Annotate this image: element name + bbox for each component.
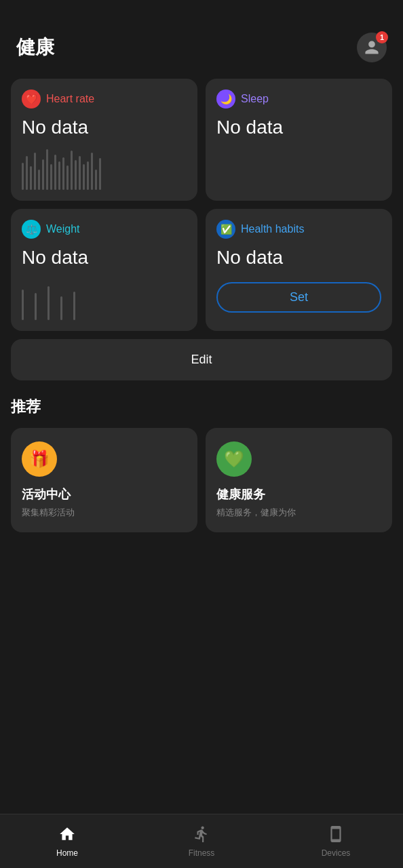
heart-rate-bar: [50, 164, 52, 190]
sleep-card-header: 🌙 Sleep: [216, 90, 381, 108]
sleep-card[interactable]: 🌙 Sleep No data: [206, 79, 392, 201]
weight-icon: ⚖️: [22, 220, 41, 239]
heart-rate-bar: [87, 161, 89, 190]
bottom-nav: Home Fitness Devices: [0, 814, 403, 868]
weight-card[interactable]: ⚖️ Weight No data: [11, 209, 197, 331]
weight-title: Weight: [46, 223, 80, 235]
activity-name: 活动中心: [22, 486, 187, 502]
heart-rate-bar: [83, 164, 85, 190]
activity-desc: 聚集精彩活动: [22, 507, 187, 519]
heart-rate-data: No data: [22, 117, 187, 138]
activity-icon: 🎁: [22, 441, 57, 477]
recommend-section: 推荐 🎁 活动中心 聚集精彩活动 💚 健康服务 精选服务，健康为你: [11, 397, 392, 532]
heart-rate-bar: [62, 157, 64, 190]
notification-badge: 1: [376, 31, 388, 43]
heart-rate-bar: [71, 151, 73, 190]
health-service-desc: 精选服务，健康为你: [216, 507, 381, 519]
heart-rate-bar: [58, 161, 60, 190]
heart-rate-chart: [22, 149, 187, 190]
activity-card[interactable]: 🎁 活动中心 聚集精彩活动: [11, 428, 197, 532]
heart-rate-bar: [46, 149, 48, 190]
health-cards-grid: ❤️ Heart rate No data 🌙 Sleep No data ⚖️…: [11, 79, 392, 331]
sleep-data: No data: [216, 117, 381, 138]
sleep-title: Sleep: [241, 93, 269, 105]
home-icon: [58, 825, 76, 846]
nav-item-fitness[interactable]: Fitness: [134, 820, 269, 863]
weight-bar: [73, 292, 75, 320]
recommend-grid: 🎁 活动中心 聚集精彩活动 💚 健康服务 精选服务，健康为你: [11, 428, 392, 532]
heart-rate-icon: ❤️: [22, 90, 41, 108]
health-service-name: 健康服务: [216, 486, 381, 502]
heart-rate-bar: [66, 165, 69, 190]
heart-rate-bar: [99, 158, 101, 190]
weight-chart: [22, 279, 187, 320]
heart-rate-card-header: ❤️ Heart rate: [22, 90, 187, 108]
heart-rate-bar: [75, 160, 77, 190]
devices-icon: [327, 825, 345, 846]
health-habits-data: No data: [216, 247, 381, 269]
health-service-icon: 💚: [216, 441, 252, 477]
fitness-icon: [193, 825, 210, 846]
header: 健康 1: [0, 0, 403, 73]
page-title: 健康: [16, 35, 54, 60]
weight-data: No data: [22, 247, 187, 269]
heart-rate-bar: [79, 156, 81, 190]
heart-rate-title: Heart rate: [46, 93, 94, 105]
weight-bar: [22, 290, 24, 320]
heart-rate-bar: [54, 155, 56, 190]
nav-item-devices[interactable]: Devices: [269, 820, 403, 863]
heart-rate-bar: [95, 170, 97, 190]
nav-fitness-label: Fitness: [189, 848, 215, 858]
health-habits-card[interactable]: ✅ Health habits No data Set: [206, 209, 392, 331]
weight-bar: [60, 296, 62, 320]
nav-home-label: Home: [56, 848, 78, 858]
edit-button[interactable]: Edit: [11, 339, 392, 380]
habits-icon: ✅: [216, 220, 235, 239]
weight-card-header: ⚖️ Weight: [22, 220, 187, 239]
heart-rate-bar: [30, 166, 32, 190]
nav-devices-label: Devices: [322, 848, 351, 858]
heart-rate-bar: [91, 153, 93, 190]
weight-bar: [47, 286, 50, 320]
nav-item-home[interactable]: Home: [0, 820, 134, 863]
set-button[interactable]: Set: [216, 282, 381, 313]
health-habits-title: Health habits: [241, 223, 304, 235]
heart-rate-bar: [22, 163, 24, 190]
heart-rate-bar: [34, 153, 36, 190]
profile-button[interactable]: 1: [357, 33, 387, 62]
heart-rate-bar: [42, 159, 44, 190]
heart-rate-bar: [26, 156, 28, 190]
weight-bar: [35, 293, 37, 320]
recommend-title: 推荐: [11, 397, 392, 417]
heart-rate-bar: [38, 170, 40, 190]
heart-rate-card[interactable]: ❤️ Heart rate No data: [11, 79, 197, 201]
sleep-icon: 🌙: [216, 90, 235, 108]
main-content: ❤️ Heart rate No data 🌙 Sleep No data ⚖️…: [0, 73, 403, 532]
health-service-card[interactable]: 💚 健康服务 精选服务，健康为你: [206, 428, 392, 532]
health-habits-card-header: ✅ Health habits: [216, 220, 381, 239]
